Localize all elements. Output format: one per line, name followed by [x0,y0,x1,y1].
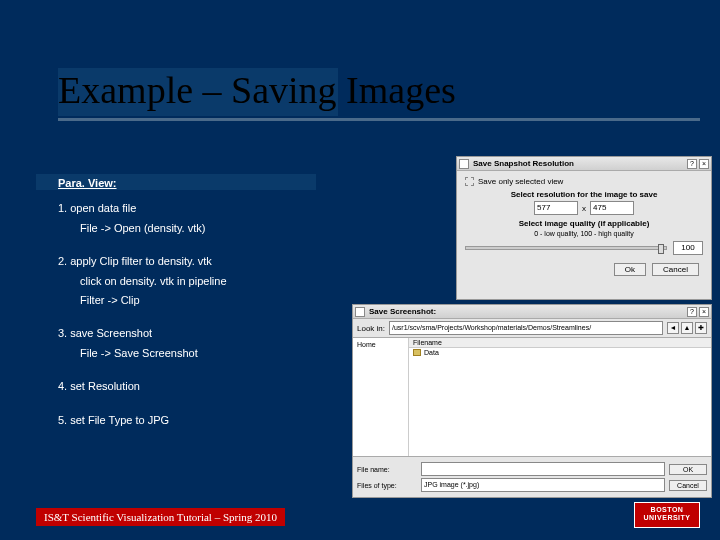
logo-line1: BOSTON [635,506,699,514]
help-icon[interactable]: ? [687,159,697,169]
save-dialog: Save Screenshot: ? × Look in: /usr1/scv/… [352,304,712,498]
close-icon[interactable]: × [699,159,709,169]
lookin-label: Look in: [357,324,385,333]
newfolder-icon[interactable]: ✚ [695,322,707,334]
width-input[interactable]: 577 [534,201,578,215]
cancel-button[interactable]: Cancel [652,263,699,276]
step-2-sub-1: click on density. vtk in pipeline [80,274,227,289]
save-cancel-button[interactable]: Cancel [669,480,707,491]
dialog-title: Save Snapshot Resolution [471,159,685,168]
instructions: Para. View: 1. open data file File -> Op… [58,176,227,432]
height-input[interactable]: 475 [590,201,634,215]
slider-thumb[interactable] [658,244,664,254]
app-icon [459,159,469,169]
save-selected-label: Save only selected view [478,177,563,186]
step-2-sub-2: Filter -> Clip [80,293,227,308]
quality-slider[interactable] [465,246,667,250]
step-3: 3. save Screenshot [58,326,227,341]
quality-label: Select image quality (if applicable) [465,219,703,228]
save-dialog-titlebar[interactable]: Save Screenshot: ? × [353,305,711,319]
filename-header[interactable]: Filename [409,338,711,348]
slide-title: Example – Saving Images [58,68,700,112]
logo-line2: UNIVERSITY [635,514,699,522]
university-logo: BOSTON UNIVERSITY [634,502,700,528]
quality-hint: 0 - low quality, 100 - high quality [465,230,703,237]
filename-label: File name: [357,466,417,473]
app-icon [355,307,365,317]
quality-value[interactable]: 100 [673,241,703,255]
filetype-select[interactable]: JPG image (*.jpg) [421,478,665,492]
ok-button[interactable]: Ok [614,263,646,276]
back-icon[interactable]: ◄ [667,322,679,334]
folder-name: Data [424,349,439,356]
step-3-sub-1: File -> Save Screenshot [80,346,227,361]
x-separator: x [582,204,586,213]
save-ok-button[interactable]: OK [669,464,707,475]
filename-input[interactable] [421,462,665,476]
favorites-column: Home [353,338,409,456]
path-input[interactable]: /usr1/scv/sma/Projects/Workshop/material… [389,321,663,335]
step-1-sub-1: File -> Open (density. vtk) [80,221,227,236]
title-bar: Example – Saving Images [58,68,700,121]
close-icon[interactable]: × [699,307,709,317]
step-2: 2. apply Clip filter to density. vtk [58,254,227,269]
favorite-home[interactable]: Home [355,340,406,349]
save-selected-checkbox[interactable] [465,177,474,186]
up-icon[interactable]: ▲ [681,322,693,334]
step-4: 4. set Resolution [58,379,227,394]
filetype-label: Files of type: [357,482,417,489]
step-1: 1. open data file [58,201,227,216]
save-dialog-title: Save Screenshot: [367,307,685,316]
resolution-dialog: Save Snapshot Resolution ? × Save only s… [456,156,712,300]
step-5: 5. set File Type to JPG [58,413,227,428]
list-item[interactable]: Data [409,348,711,357]
dialog-titlebar[interactable]: Save Snapshot Resolution ? × [457,157,711,171]
help-icon[interactable]: ? [687,307,697,317]
folder-icon [413,349,421,356]
resolution-label: Select resolution for the image to save [465,190,703,199]
file-list[interactable]: Filename Data [409,338,711,456]
section-heading: Para. View: [58,176,227,191]
footer-bar: IS&T Scientific Visualization Tutorial –… [36,508,285,526]
